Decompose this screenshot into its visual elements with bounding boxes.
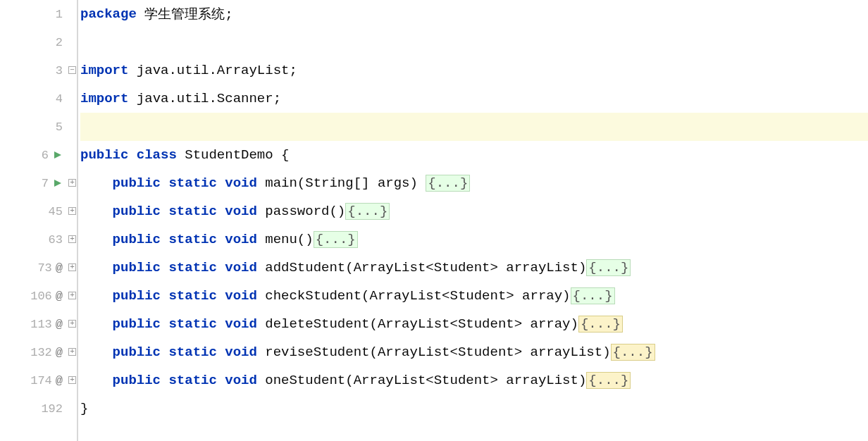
folded-block[interactable]: {...} <box>314 231 358 248</box>
code-token: checkStudent(ArrayList<Student> array) <box>265 288 570 304</box>
line-number: 7 <box>27 177 49 190</box>
code-token: public static void <box>113 373 266 388</box>
folded-block[interactable]: {...} <box>571 287 615 304</box>
fold-expand-icon[interactable]: + <box>68 207 76 215</box>
line-number: 45 <box>42 205 63 218</box>
code-line[interactable]: import java.util.Scanner; <box>80 85 868 113</box>
code-line[interactable]: public static void reviseStudent(ArrayLi… <box>80 338 868 366</box>
code-token <box>80 316 113 332</box>
code-token <box>80 232 113 247</box>
code-line[interactable]: public static void menu(){...} <box>80 225 868 254</box>
code-line[interactable]: public static void checkStudent(ArrayLis… <box>80 282 868 310</box>
code-token: oneStudent(ArrayList<Student> arrayList) <box>265 373 586 388</box>
code-token: public static void <box>113 316 266 332</box>
code-line[interactable]: public static void main(String[] args) {… <box>80 169 868 197</box>
fold-expand-icon[interactable]: + <box>68 348 76 356</box>
code-line[interactable]: public static void oneStudent(ArrayList<… <box>80 366 868 395</box>
line-number: 113 <box>30 318 52 331</box>
line-number: 2 <box>42 36 63 49</box>
gutter-row[interactable]: 106@ <box>0 282 67 310</box>
fold-collapse-icon[interactable]: − <box>68 66 76 74</box>
gutter-row[interactable]: 73@ <box>0 254 67 282</box>
override-icon[interactable]: @ <box>56 261 63 275</box>
code-line[interactable]: public static void password(){...} <box>80 197 868 225</box>
code-line[interactable]: package 学生管理系统; <box>80 0 868 28</box>
code-token: package <box>80 6 144 22</box>
code-token: StudentDemo { <box>185 147 289 163</box>
gutter-row[interactable]: 7 <box>0 169 67 197</box>
folded-block[interactable]: {...} <box>586 259 631 276</box>
code-token: menu() <box>265 232 313 247</box>
code-line[interactable]: import java.util.ArrayList; <box>80 56 868 85</box>
code-line[interactable]: public class StudentDemo { <box>80 141 868 169</box>
code-token: public static void <box>113 288 266 304</box>
folded-block[interactable]: {...} <box>426 175 470 192</box>
fold-expand-icon[interactable]: + <box>68 320 76 328</box>
gutter-row[interactable]: 174@ <box>0 366 67 395</box>
fold-expand-icon[interactable]: + <box>68 179 76 187</box>
line-number: 4 <box>42 92 63 106</box>
gutter-row[interactable]: 1 <box>0 0 67 28</box>
line-number: 106 <box>30 290 52 303</box>
code-line[interactable] <box>80 28 868 56</box>
line-number: 73 <box>31 261 52 275</box>
code-token: reviseStudent(ArrayList<Student> arrayLi… <box>265 344 610 360</box>
svg-marker-0 <box>54 151 61 159</box>
folded-block[interactable]: {...} <box>586 372 631 389</box>
code-editor[interactable]: package 学生管理系统;import java.util.ArrayLis… <box>78 0 868 441</box>
override-icon[interactable]: @ <box>56 318 63 331</box>
code-token: } <box>80 401 88 416</box>
gutter-row[interactable]: 3 <box>0 56 67 85</box>
gutter-row[interactable]: 4 <box>0 85 67 113</box>
code-line[interactable]: public static void addStudent(ArrayList<… <box>80 254 868 282</box>
gutter-row[interactable]: 45 <box>0 197 67 225</box>
override-icon[interactable]: @ <box>56 346 63 359</box>
gutter-row[interactable]: 6 <box>0 141 67 169</box>
gutter-row[interactable]: 63 <box>0 225 67 254</box>
code-line[interactable]: public static void deleteStudent(ArrayLi… <box>80 310 868 338</box>
fold-column: −++++++++ <box>67 0 78 441</box>
svg-marker-1 <box>54 180 61 187</box>
code-token: java.util.ArrayList; <box>137 63 297 78</box>
folded-block[interactable]: {...} <box>345 203 390 220</box>
fold-expand-icon[interactable]: + <box>68 263 76 271</box>
code-line[interactable] <box>80 113 868 141</box>
line-number: 132 <box>30 346 52 359</box>
code-token: public static void <box>113 175 266 191</box>
fold-expand-icon[interactable]: + <box>68 292 76 299</box>
code-token <box>80 288 113 304</box>
override-icon[interactable]: @ <box>56 290 63 303</box>
code-token <box>80 260 113 275</box>
run-icon[interactable] <box>53 180 63 187</box>
code-token: import <box>80 91 137 106</box>
gutter: 1234567456373@106@113@132@174@192 <box>0 0 67 441</box>
override-icon[interactable]: @ <box>56 374 63 387</box>
code-line[interactable]: } <box>80 395 868 423</box>
gutter-row[interactable]: 5 <box>0 113 67 141</box>
line-number: 174 <box>30 374 52 387</box>
fold-expand-icon[interactable]: + <box>68 376 76 384</box>
fold-expand-icon[interactable]: + <box>68 235 76 243</box>
gutter-row[interactable]: 2 <box>0 28 67 56</box>
gutter-row[interactable]: 192 <box>0 395 67 423</box>
line-number: 63 <box>42 233 63 247</box>
code-token: public class <box>80 147 185 163</box>
line-number: 192 <box>41 402 63 416</box>
code-token: public static void <box>113 344 266 360</box>
code-token: import <box>80 63 137 78</box>
code-token: public static void <box>113 232 266 247</box>
line-number: 1 <box>42 8 63 21</box>
code-token <box>80 175 113 191</box>
folded-block[interactable]: {...} <box>611 344 655 361</box>
code-token: deleteStudent(ArrayList<Student> array) <box>265 316 578 332</box>
run-icon[interactable] <box>53 151 63 159</box>
code-token: addStudent(ArrayList<Student> arrayList) <box>265 260 586 275</box>
gutter-row[interactable]: 132@ <box>0 338 67 366</box>
code-token: public static void <box>113 260 266 275</box>
gutter-row[interactable]: 113@ <box>0 310 67 338</box>
code-token: password() <box>265 204 345 219</box>
code-token: main(String[] args) <box>265 175 426 191</box>
code-token <box>80 344 113 360</box>
code-token: java.util.Scanner; <box>137 91 281 106</box>
folded-block[interactable]: {...} <box>578 316 623 333</box>
